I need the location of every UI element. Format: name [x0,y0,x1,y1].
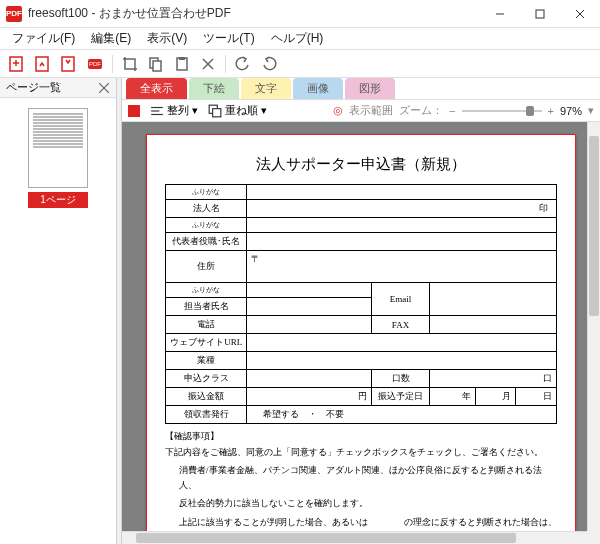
crop-button[interactable] [119,53,141,75]
sidebar-header: ページ一覧 [0,78,116,98]
undo-button[interactable] [232,53,254,75]
menu-tools[interactable]: ツール(T) [195,28,262,49]
menu-file[interactable]: ファイル(F) [4,28,83,49]
open-button[interactable] [32,53,54,75]
tab-under[interactable]: 下絵 [189,78,239,99]
menu-edit[interactable]: 編集(E) [83,28,139,49]
minimize-button[interactable] [480,0,520,28]
layer-label[interactable]: 重ね順 [225,103,258,118]
close-button[interactable] [560,0,600,28]
options-bar: 整列 ▾ 重ね順 ▾ ◎ 表示範囲 ズーム： − + 97% ▾ [122,100,600,122]
vertical-scrollbar[interactable] [587,122,600,531]
pdf-page: 法人サポーター申込書（新規） ふりがな 法人名印 ふりがな 代表者役職･氏名 住… [146,134,576,544]
menu-view[interactable]: 表示(V) [139,28,195,49]
tab-strip: 全表示 下絵 文字 画像 図形 [122,78,600,100]
scroll-corner [587,531,600,544]
align-icon[interactable] [150,104,164,118]
svg-rect-1 [536,10,544,18]
pdf-viewport[interactable]: 法人サポーター申込書（新規） ふりがな 法人名印 ふりがな 代表者役職･氏名 住… [122,122,600,544]
copy-button[interactable] [145,53,167,75]
display-range-label[interactable]: 表示範囲 [349,103,393,118]
window-title: freesoft100 - おまかせ位置合わせPDF [28,5,480,22]
zoom-in-button[interactable]: + [548,105,554,117]
maximize-button[interactable] [520,0,560,28]
tab-image[interactable]: 画像 [293,78,343,99]
dropdown-icon[interactable]: ▾ [588,104,594,117]
titlebar: PDF freesoft100 - おまかせ位置合わせPDF [0,0,600,28]
document-title: 法人サポーター申込書（新規） [165,155,557,174]
app-icon: PDF [6,6,22,22]
zoom-value: 97% [560,105,582,117]
tab-text[interactable]: 文字 [241,78,291,99]
zoom-label: ズーム： [399,103,443,118]
layer-icon[interactable] [208,104,222,118]
pdf-button[interactable]: PDF [84,53,106,75]
tab-all[interactable]: 全表示 [126,78,187,99]
delete-button[interactable] [197,53,219,75]
save-button[interactable] [58,53,80,75]
arrange-label[interactable]: 整列 [167,103,189,118]
zoom-slider[interactable] [462,110,542,112]
thumbnail-label: 1ページ [28,192,88,208]
sidebar-close-icon[interactable] [98,82,110,94]
zoom-out-button[interactable]: − [449,105,455,117]
page-thumbnail[interactable] [28,108,88,188]
svg-rect-12 [153,61,161,71]
fill-color-icon[interactable] [128,105,140,117]
display-range-icon: ◎ [333,104,343,117]
dropdown-icon[interactable]: ▾ [192,104,198,117]
confirm-heading: 【確認事項】 [165,430,557,443]
dropdown-icon[interactable]: ▾ [261,104,267,117]
form-table: ふりがな 法人名印 ふりがな 代表者役職･氏名 住所〒 ふりがなEmail 担当… [165,184,557,424]
tab-shape[interactable]: 図形 [345,78,395,99]
new-button[interactable] [6,53,28,75]
svg-text:PDF: PDF [89,61,101,67]
sidebar: ページ一覧 1ページ [0,78,117,544]
toolbar: PDF [0,50,600,78]
confirm-text: 下記内容をご確認、同意の上「同意する」チェックボックスをチェックし、ご署名くださ… [165,445,557,544]
svg-rect-23 [213,108,221,116]
redo-button[interactable] [258,53,280,75]
paste-button[interactable] [171,53,193,75]
sidebar-title: ページ一覧 [6,80,61,95]
svg-rect-14 [179,57,185,60]
menubar: ファイル(F) 編集(E) 表示(V) ツール(T) ヘルプ(H) [0,28,600,50]
horizontal-scrollbar[interactable] [122,531,587,544]
menu-help[interactable]: ヘルプ(H) [263,28,332,49]
